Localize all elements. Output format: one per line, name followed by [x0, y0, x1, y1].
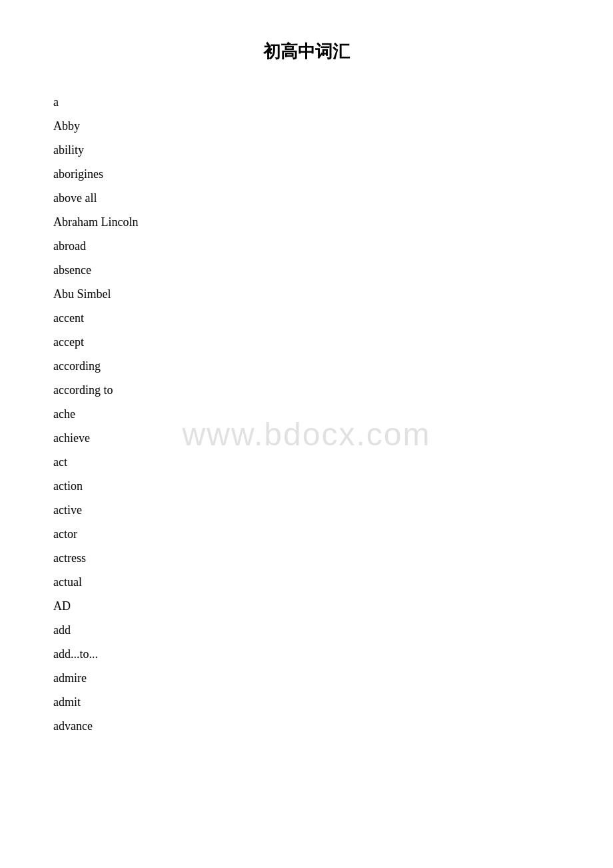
list-item: Abu Simbel: [53, 282, 560, 306]
list-item: abroad: [53, 234, 560, 258]
list-item: actress: [53, 546, 560, 570]
list-item: accent: [53, 306, 560, 330]
list-item: aborigines: [53, 162, 560, 186]
list-item: admit: [53, 690, 560, 714]
list-item: above all: [53, 186, 560, 210]
list-item: ability: [53, 138, 560, 162]
list-item: according to: [53, 378, 560, 402]
list-item: according: [53, 354, 560, 378]
list-item: admire: [53, 666, 560, 690]
page-container: www.bdocx.com 初高中词汇 aAbbyabilityaborigin…: [0, 0, 613, 868]
list-item: actor: [53, 522, 560, 546]
list-item: a: [53, 90, 560, 114]
list-item: add...to...: [53, 642, 560, 666]
list-item: Abraham Lincoln: [53, 210, 560, 234]
list-item: absence: [53, 258, 560, 282]
list-item: AD: [53, 594, 560, 618]
page-title: 初高中词汇: [53, 40, 560, 63]
list-item: add: [53, 618, 560, 642]
list-item: active: [53, 498, 560, 522]
word-list: aAbbyabilityaboriginesabove allAbraham L…: [53, 90, 560, 738]
list-item: Abby: [53, 114, 560, 138]
list-item: ache: [53, 402, 560, 426]
list-item: achieve: [53, 426, 560, 450]
list-item: action: [53, 474, 560, 498]
list-item: advance: [53, 714, 560, 738]
list-item: actual: [53, 570, 560, 594]
list-item: accept: [53, 330, 560, 354]
list-item: act: [53, 450, 560, 474]
